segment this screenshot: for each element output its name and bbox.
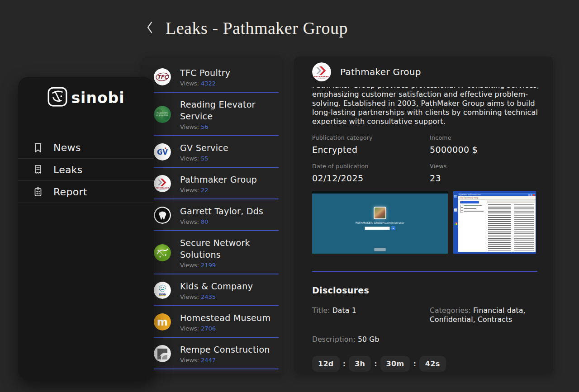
views-count: 2706 bbox=[201, 325, 216, 332]
screenshots-row: PATHMAKER-GROUP\administrator System Inf… bbox=[312, 191, 537, 254]
pathmaker-logo-text: PATHMAKER bbox=[314, 76, 329, 78]
back-button[interactable] bbox=[146, 20, 154, 36]
field-value: 02/12/2025 bbox=[312, 173, 430, 183]
list-item-homestead-museum[interactable]: m Homestead Museum Views:2706 bbox=[142, 306, 283, 338]
login-caption: PATHMAKER-GROUP\administrator bbox=[356, 221, 404, 224]
system-info-window: System Information File Edit View Help bbox=[458, 193, 536, 252]
desktop-icon bbox=[454, 208, 457, 212]
company-name: Pathmaker Group bbox=[340, 66, 421, 77]
window-tree-pane bbox=[458, 200, 486, 252]
disclosure-title: Title: Data 1 bbox=[312, 306, 430, 324]
list-item-kids-company[interactable]: kids& Kids & Company Views:2435 bbox=[142, 274, 283, 306]
sidebar-item-label: News bbox=[53, 142, 81, 153]
list-item-reading-elevator[interactable]: READING ELEVATOR Reading Elevator Servic… bbox=[142, 93, 283, 136]
sidebar-nav: News Leaks Report bbox=[18, 137, 154, 203]
window-detail-pane bbox=[486, 200, 536, 252]
company-name: Rempe Construction bbox=[180, 344, 278, 355]
field-label: Views bbox=[430, 163, 537, 170]
timer-seconds: 42s bbox=[419, 356, 446, 372]
views-count: 2199 bbox=[201, 262, 216, 269]
views-count: 56 bbox=[201, 123, 209, 130]
reading-logo-text-2: ELEVATOR bbox=[156, 114, 169, 117]
company-name: Homestead Museum bbox=[180, 312, 278, 324]
views-row: Views:2706 bbox=[180, 325, 278, 332]
sidebar-item-leaks[interactable]: Leaks bbox=[18, 159, 154, 181]
list-item-tfc-poultry[interactable]: TFC TFC Poultry Views:4322 bbox=[142, 61, 283, 93]
views-row: Views:56 bbox=[180, 123, 278, 130]
tfc-poultry-logo: TFC bbox=[154, 68, 171, 85]
leak-list: TFC TFC Poultry Views:4322 READING ELEVA… bbox=[142, 61, 283, 369]
views-row: Views:2199 bbox=[180, 262, 278, 269]
page-header: Leaks - Pathmaker Group bbox=[146, 18, 348, 38]
description-text: emphasizing customer satisfaction and ef… bbox=[312, 90, 538, 126]
pathmaker-group-logo: PATHMAKER bbox=[154, 175, 171, 192]
receipt-icon bbox=[33, 165, 43, 175]
garrett-taylor-logo bbox=[154, 207, 171, 224]
disclosure-row: Title: Data 1 Categories: Financial data… bbox=[312, 306, 537, 324]
views-count: 4322 bbox=[201, 80, 216, 87]
login-go-icon bbox=[391, 226, 395, 230]
views-row: Views:80 bbox=[180, 218, 278, 225]
login-password-field bbox=[365, 227, 390, 230]
detail-header: PATHMAKER Pathmaker Group bbox=[312, 62, 537, 82]
field-label: Date of publication bbox=[312, 163, 430, 170]
list-item-gv-service[interactable]: GV GV Service Views:55 bbox=[142, 136, 283, 168]
disclosure-description: Description: 50 Gb bbox=[312, 335, 537, 344]
reading-elevator-logo: READING ELEVATOR bbox=[154, 106, 171, 123]
publication-fields: Publication category Encrypted Income 50… bbox=[312, 134, 537, 183]
login-options-button bbox=[374, 248, 386, 251]
list-item-secure-network[interactable]: Secure Network Solutions Views:2199 bbox=[142, 231, 283, 274]
sidebar: sinobi News Leaks bbox=[18, 77, 154, 380]
timer-hours: 3h bbox=[349, 356, 371, 372]
rempe-construction-logo bbox=[154, 345, 171, 362]
timer-minutes: 30m bbox=[380, 356, 410, 372]
screenshot-login[interactable]: PATHMAKER-GROUP\administrator bbox=[312, 191, 448, 254]
company-name: Garrett Taylor, Dds bbox=[180, 205, 278, 217]
company-name: Reading Elevator Service bbox=[180, 99, 278, 122]
kids-logo-text: kids& bbox=[159, 293, 166, 295]
field-value: Encrypted bbox=[312, 145, 430, 155]
bookmark-icon bbox=[33, 143, 43, 153]
tfc-logo-text: TFC bbox=[157, 74, 168, 80]
pathmaker-logo-text: PATHMAKER bbox=[156, 187, 169, 189]
views-row: Views:55 bbox=[180, 155, 278, 162]
leak-list-panel: TFC TFC Poultry Views:4322 READING ELEVA… bbox=[142, 57, 283, 374]
leak-detail-panel: PATHMAKER Pathmaker Group PathMaker Grou… bbox=[294, 57, 553, 374]
field-label: Income bbox=[430, 134, 537, 141]
reading-logo-text-1: READING bbox=[157, 112, 168, 114]
views-row: Views:22 bbox=[180, 187, 278, 194]
sidebar-item-label: Leaks bbox=[53, 164, 83, 175]
homestead-museum-logo: m bbox=[154, 313, 171, 331]
window-controls bbox=[528, 194, 535, 196]
sidebar-item-report[interactable]: Report bbox=[18, 181, 154, 203]
kids-and-company-logo: kids& bbox=[154, 282, 171, 299]
pathmaker-group-logo: PATHMAKER bbox=[312, 62, 331, 81]
secure-network-solutions-logo bbox=[154, 244, 171, 261]
field-date-of-publication: Date of publication 02/12/2025 bbox=[312, 163, 430, 183]
gv-service-logo: GV bbox=[154, 143, 171, 161]
field-views: Views 23 bbox=[430, 163, 537, 183]
window-title: System Information bbox=[459, 193, 481, 196]
desktop-icon bbox=[454, 222, 457, 225]
screenshot-system-info[interactable]: System Information File Edit View Help bbox=[453, 191, 536, 254]
field-value: 23 bbox=[430, 173, 537, 183]
brand-name: sinobi bbox=[71, 89, 124, 107]
views-row: Views:2435 bbox=[180, 293, 278, 300]
views-count: 2435 bbox=[201, 293, 216, 300]
list-item-rempe-construction[interactable]: Rempe Construction Views:2447 bbox=[142, 338, 283, 369]
login-avatar bbox=[374, 207, 386, 219]
clipboard-icon bbox=[33, 187, 43, 197]
views-row: Views:2447 bbox=[180, 357, 278, 364]
list-item-pathmaker-group[interactable]: PATHMAKER Pathmaker Group Views:22 bbox=[142, 168, 283, 199]
sidebar-item-label: Report bbox=[53, 186, 87, 198]
field-value: 5000000 $ bbox=[430, 145, 537, 155]
sidebar-item-news[interactable]: News bbox=[18, 137, 154, 159]
views-count: 80 bbox=[201, 218, 209, 225]
timer-days: 12d bbox=[312, 356, 340, 372]
list-item-garrett-taylor[interactable]: Garrett Taylor, Dds Views:80 bbox=[142, 199, 283, 231]
company-name: TFC Poultry bbox=[180, 67, 278, 79]
company-description: PathMaker Group provides professional IT… bbox=[312, 87, 538, 127]
sinobi-kanji-icon bbox=[47, 86, 68, 109]
views-count: 55 bbox=[201, 155, 209, 162]
desktop-icon bbox=[454, 195, 457, 198]
